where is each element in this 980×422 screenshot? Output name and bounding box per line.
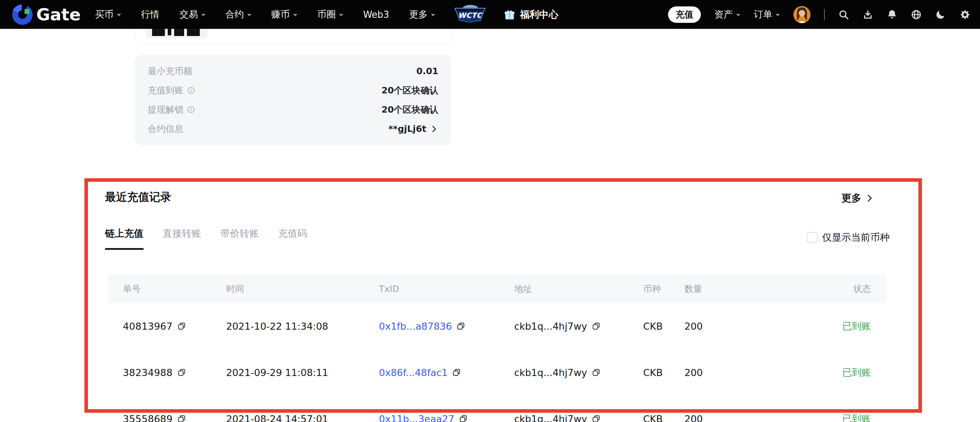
- col-address: 地址: [514, 283, 643, 295]
- table-header-row: 单号 时间 TxID 地址 币种 数量 状态: [108, 275, 886, 303]
- copy-icon[interactable]: [452, 368, 461, 377]
- table-row: 40813967 2021-10-22 11:34:08 0x1fb...a87…: [108, 303, 886, 349]
- welfare-center-link[interactable]: 福利中心: [504, 8, 558, 21]
- download-icon[interactable]: [862, 9, 873, 20]
- deposit-arrival-label: 充值到账: [148, 85, 183, 96]
- txid-link[interactable]: 0x86f...48fac1: [379, 367, 448, 378]
- status-badge: 已到账: [800, 366, 871, 379]
- order-id: 35558689: [123, 414, 173, 422]
- menu-item-earn[interactable]: 赚币: [271, 8, 298, 21]
- order-id: 40813967: [123, 321, 173, 332]
- col-amount: 数量: [684, 283, 800, 295]
- wctc-badge[interactable]: WCTC: [454, 6, 486, 24]
- navbar-right: 充值 资产 订单: [668, 6, 971, 23]
- currency: CKB: [643, 321, 684, 332]
- status-badge: 已到账: [800, 320, 871, 332]
- bell-icon[interactable]: [887, 9, 897, 20]
- copy-icon[interactable]: [592, 414, 601, 422]
- search-icon[interactable]: [838, 9, 849, 20]
- min-deposit-label: 最小充币额: [148, 65, 192, 77]
- col-time: 时间: [226, 283, 379, 295]
- amount: 200: [684, 367, 800, 378]
- menu-item-web3[interactable]: Web3: [363, 9, 389, 20]
- order-id: 38234988: [123, 367, 173, 378]
- wctc-label: WCTC: [458, 11, 482, 19]
- info-icon[interactable]: [187, 86, 195, 94]
- withdraw-unlock-label: 提现解锁: [148, 104, 183, 115]
- menu-item-more[interactable]: 更多: [409, 8, 435, 21]
- assets-menu[interactable]: 资产: [714, 8, 740, 21]
- orders-menu[interactable]: 订单: [754, 8, 780, 21]
- info-icon[interactable]: [187, 105, 195, 114]
- chevron-right-icon: [865, 193, 874, 203]
- contract-info-label: 合约信息: [148, 123, 183, 135]
- moon-icon[interactable]: [935, 9, 946, 20]
- copy-icon[interactable]: [456, 321, 465, 331]
- txid-link[interactable]: 0x1fb...a87836: [379, 321, 452, 332]
- copy-icon[interactable]: [177, 368, 186, 377]
- caret-down-icon: [201, 14, 205, 16]
- min-deposit-value: 0.01: [416, 66, 438, 76]
- tab-onchain-deposit[interactable]: 链上充值: [105, 227, 143, 250]
- txid-link[interactable]: 0x11b...3eaa27: [379, 414, 454, 422]
- table-row: 35558689 2021-08-24 14:57:01 0x11b...3ea…: [108, 396, 886, 422]
- tab-priced-transfer[interactable]: 带价转账: [220, 227, 259, 250]
- caret-down-icon: [431, 14, 435, 16]
- caret-down-icon: [339, 14, 343, 16]
- menu-item-buy[interactable]: 买币: [95, 8, 121, 21]
- menu-item-trade[interactable]: 交易: [180, 8, 205, 21]
- caret-down-icon: [736, 14, 740, 16]
- info-row-min-deposit: 最小充币额 0.01: [148, 64, 438, 78]
- deposit-time: 2021-10-22 11:34:08: [226, 321, 379, 332]
- tab-deposit-code[interactable]: 充值码: [278, 227, 307, 250]
- menu-item-moments[interactable]: 币圈: [317, 8, 343, 21]
- globe-icon[interactable]: [911, 9, 921, 20]
- more-link[interactable]: 更多: [842, 192, 874, 205]
- caret-down-icon: [247, 14, 251, 16]
- navbar-divider: [824, 9, 825, 20]
- menu-item-markets[interactable]: 行情: [141, 8, 159, 21]
- coin-info-card: 最小充币额 0.01 充值到账 20个区块确认 提现解锁 20个区块确认 合约信…: [135, 55, 451, 145]
- col-status: 状态: [800, 283, 871, 295]
- brand-name: Gate: [36, 6, 81, 23]
- contract-info-link[interactable]: **gjLj6t: [388, 124, 438, 134]
- currency: CKB: [643, 414, 684, 422]
- records-tabs: 链上充值 直接转账 带价转账 充值码: [105, 227, 307, 250]
- caret-down-icon: [776, 14, 780, 16]
- amount: 200: [684, 321, 800, 332]
- chevron-right-icon: [430, 125, 438, 133]
- info-row-contract: 合约信息 **gjLj6t: [148, 122, 438, 136]
- menu-item-futures[interactable]: 合约: [226, 8, 251, 21]
- deposit-button[interactable]: 充值: [668, 6, 701, 23]
- copy-icon[interactable]: [592, 321, 601, 331]
- deposit-address: ckb1q...4hj7wy: [514, 321, 587, 332]
- deposit-time: 2021-08-24 14:57:01: [226, 414, 379, 422]
- current-currency-filter[interactable]: 仅显示当前币种: [807, 231, 889, 244]
- gate-logo[interactable]: Gate: [11, 3, 81, 26]
- withdraw-unlock-value: 20个区块确认: [382, 104, 438, 115]
- gear-icon[interactable]: [959, 9, 971, 20]
- info-row-deposit-arrival: 充值到账 20个区块确认: [148, 83, 438, 97]
- info-row-withdraw-unlock: 提现解锁 20个区块确认: [148, 103, 438, 117]
- copy-icon[interactable]: [459, 414, 468, 422]
- tab-direct-transfer[interactable]: 直接转账: [163, 227, 201, 250]
- col-order-id: 单号: [123, 283, 226, 295]
- copy-icon[interactable]: [177, 321, 186, 331]
- copy-icon[interactable]: [592, 368, 601, 377]
- amount: 200: [684, 414, 800, 422]
- deposit-records-table: 单号 时间 TxID 地址 币种 数量 状态 40813967 2021-10-…: [108, 275, 886, 422]
- copy-icon[interactable]: [177, 414, 186, 422]
- filter-label: 仅显示当前币种: [822, 231, 889, 244]
- records-title: 最近充值记录: [105, 190, 171, 205]
- deposit-address: ckb1q...4hj7wy: [514, 367, 587, 378]
- filter-checkbox[interactable]: [807, 232, 818, 243]
- gate-logo-mark: [11, 3, 33, 26]
- col-txid: TxID: [379, 284, 514, 294]
- gift-icon: [504, 8, 515, 21]
- currency: CKB: [643, 367, 684, 378]
- col-currency: 币种: [643, 283, 684, 295]
- deposit-arrival-value: 20个区块确认: [382, 85, 438, 96]
- table-row: 38234988 2021-09-29 11:08:11 0x86f...48f…: [108, 349, 886, 396]
- status-badge: 已到账: [800, 412, 871, 422]
- user-avatar[interactable]: [794, 6, 810, 23]
